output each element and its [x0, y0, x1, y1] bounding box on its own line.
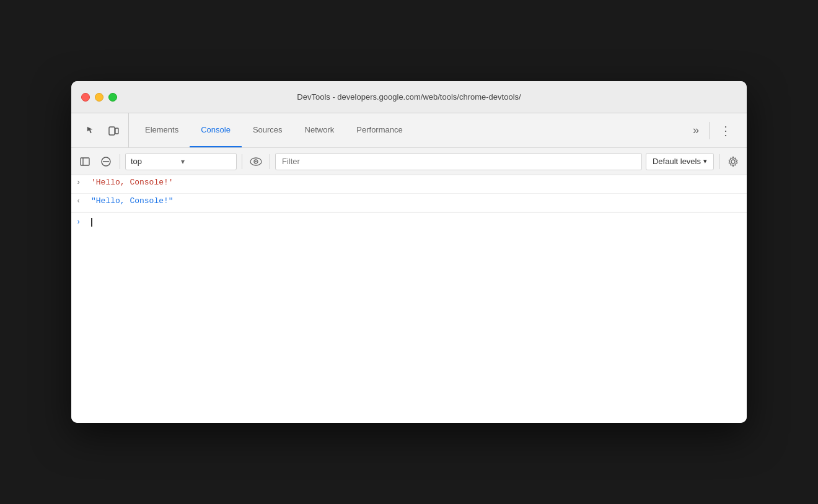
device-toggle-icon [108, 125, 119, 136]
window-title: DevTools - developers.google.com/web/too… [297, 92, 521, 102]
context-arrow: ▾ [181, 157, 231, 166]
title-bar: DevTools - developers.google.com/web/too… [71, 81, 747, 113]
tabs-right: » ⋮ [683, 121, 742, 141]
clear-console-button[interactable] [97, 153, 115, 170]
devtools-menu-button[interactable]: ⋮ [715, 121, 737, 141]
context-selector[interactable]: top ▾ [125, 153, 237, 170]
svg-rect-0 [109, 127, 115, 135]
maximize-button[interactable] [108, 93, 117, 102]
sidebar-toggle-icon [79, 156, 90, 167]
devtools-window: DevTools - developers.google.com/web/too… [71, 81, 747, 423]
svg-point-9 [731, 160, 735, 163]
toolbar-divider-2 [242, 154, 242, 169]
minimize-button[interactable] [95, 93, 103, 102]
log-levels-button[interactable]: Default levels ▾ [646, 153, 714, 170]
inspect-icon [86, 125, 97, 136]
traffic-lights [81, 93, 117, 102]
console-toolbar: top ▾ Default levels ▾ [71, 148, 747, 175]
console-settings-button[interactable] [724, 153, 742, 170]
filter-input[interactable] [275, 153, 642, 170]
devtools-toolbar-icons [76, 113, 129, 147]
console-content: › 'Hello, Console!' ‹ "Hello, Console!" … [71, 175, 747, 423]
svg-point-8 [255, 160, 257, 162]
eye-icon [250, 157, 262, 166]
tab-console[interactable]: Console [190, 113, 242, 147]
main-tabs: Elements Console Sources Network Perform… [134, 113, 683, 147]
console-line-return: ‹ "Hello, Console!" [71, 194, 747, 212]
console-line-log: › 'Hello, Console!' [71, 175, 747, 194]
console-sidebar-button[interactable] [76, 153, 94, 170]
text-cursor [91, 218, 92, 227]
inspect-element-button[interactable] [81, 121, 101, 141]
svg-rect-1 [115, 128, 118, 134]
left-arrow-icon: ‹ [76, 196, 86, 206]
tab-elements[interactable]: Elements [134, 113, 190, 147]
console-log-text: 'Hello, Console!' [91, 178, 742, 187]
tab-network[interactable]: Network [294, 113, 346, 147]
tab-performance[interactable]: Performance [345, 113, 413, 147]
levels-arrow: ▾ [703, 157, 707, 165]
more-tabs-button[interactable]: » [688, 121, 704, 139]
tab-sources[interactable]: Sources [242, 113, 294, 147]
clear-icon [100, 156, 112, 167]
svg-rect-2 [81, 158, 89, 165]
toolbar-divider-1 [120, 154, 120, 169]
right-arrow-icon: › [76, 178, 86, 187]
console-input-line[interactable]: › [71, 212, 747, 231]
watch-expressions-button[interactable] [247, 153, 265, 170]
close-button[interactable] [81, 93, 90, 102]
tabs-separator [709, 122, 710, 139]
toolbar-divider-3 [270, 154, 270, 169]
tabs-bar: Elements Console Sources Network Perform… [71, 113, 747, 148]
device-toggle-button[interactable] [103, 121, 123, 141]
input-prompt-icon: › [76, 218, 86, 227]
settings-gear-icon [728, 156, 739, 167]
toolbar-divider-4 [719, 154, 719, 169]
console-return-text: "Hello, Console!" [91, 196, 742, 206]
